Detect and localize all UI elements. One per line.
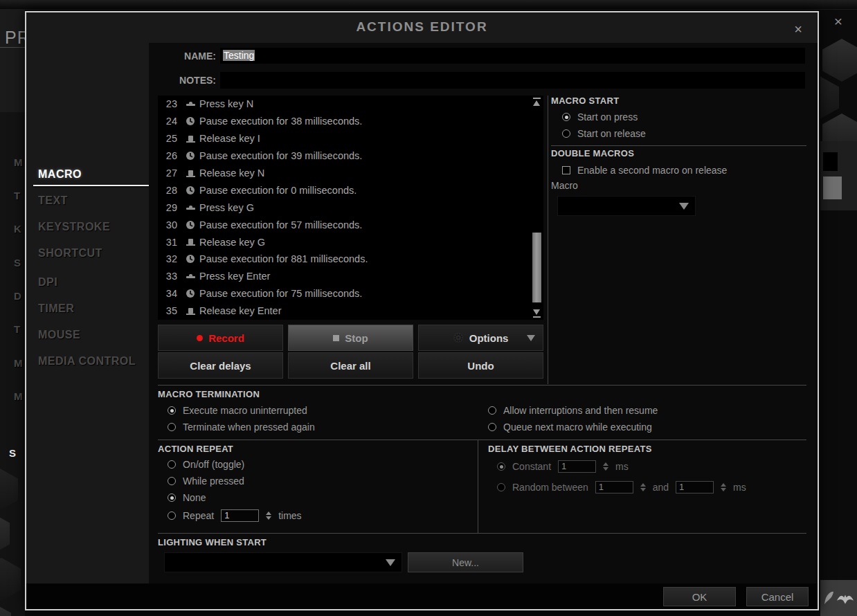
radio-selected[interactable]: [168, 493, 176, 502]
gear-icon: ⚙: [453, 331, 464, 345]
macro-event-row[interactable]: 32Pause execution for 881 milliseconds.: [158, 251, 543, 268]
radio[interactable]: [488, 423, 496, 431]
macro-event-list[interactable]: 23Press key N 24Pause execution for 38 m…: [158, 96, 543, 320]
app-close-icon[interactable]: ×: [829, 12, 847, 30]
macro-event-row[interactable]: 35Release key Enter: [158, 302, 543, 320]
sidebar-item-timer[interactable]: TIMER: [38, 302, 74, 315]
record-button[interactable]: Record: [158, 325, 283, 351]
chevron-down-icon: [527, 335, 535, 341]
constant-delay-input[interactable]: 1: [558, 460, 596, 473]
owl-logo-icon: [836, 592, 854, 606]
stop-button[interactable]: Stop: [288, 325, 413, 351]
sidebar-item-shortcut[interactable]: SHORTCUT: [38, 247, 102, 260]
undo-button[interactable]: Undo: [418, 352, 543, 379]
lighting-header: LIGHTING WHEN START: [158, 537, 267, 547]
macro-event-row[interactable]: 28Pause execution for 0 milliseconds.: [158, 181, 543, 199]
random-delay-option[interactable]: Random between 1 and 1 ms: [497, 481, 746, 493]
macro-event-row[interactable]: 27Release key N: [158, 165, 543, 182]
repeat-count-input[interactable]: 1: [221, 509, 259, 522]
action-repeat-header: ACTION REPEAT: [158, 444, 233, 454]
sidebar-item-dpi[interactable]: DPI: [38, 276, 57, 289]
sidebar-item-mouse[interactable]: MOUSE: [38, 329, 80, 341]
enable-second-macro-option[interactable]: Enable a second macro on release: [562, 165, 727, 176]
terminate-when-pressed-option[interactable]: Terminate when pressed again: [168, 422, 315, 433]
pause-clock-icon: [181, 117, 199, 125]
ok-button[interactable]: OK: [663, 587, 736, 606]
pause-clock-icon: [181, 152, 199, 160]
random-max-input[interactable]: 1: [676, 481, 714, 493]
radio-selected[interactable]: [168, 406, 176, 415]
macro-event-row[interactable]: 34Pause execution for 75 milliseconds.: [158, 285, 543, 302]
queue-next-macro-option[interactable]: Queue next macro while executing: [488, 422, 652, 433]
radio-selected[interactable]: [562, 113, 570, 121]
onoff-toggle-option[interactable]: On/off (toggle): [168, 459, 244, 470]
active-tab-underline: [33, 185, 149, 186]
radio[interactable]: [497, 483, 505, 491]
checkbox[interactable]: [562, 166, 570, 174]
sidebar-item-text[interactable]: TEXT: [38, 194, 68, 207]
key-press-icon: [181, 203, 199, 212]
scrollbar-thumb[interactable]: [532, 233, 541, 302]
divider: [478, 440, 478, 534]
repeat-times-option[interactable]: Repeat 1 times: [168, 509, 302, 522]
radio[interactable]: [168, 477, 176, 485]
feather-icon: [823, 591, 834, 605]
background-nav-fragment: D: [14, 290, 21, 302]
random-max-stepper[interactable]: [721, 483, 726, 491]
options-button[interactable]: ⚙Options: [418, 325, 543, 351]
cancel-button[interactable]: Cancel: [746, 587, 809, 606]
name-input[interactable]: Testing: [220, 48, 805, 64]
actions-editor-dialog: ACTIONS EDITOR × MACRO TEXT KEYSTROKE SH…: [25, 11, 819, 610]
radio[interactable]: [168, 423, 176, 431]
clear-all-button[interactable]: Clear all: [288, 352, 413, 379]
macro-event-row[interactable]: 33Press key Enter: [158, 268, 543, 285]
dialog-close-icon[interactable]: ×: [790, 21, 806, 37]
clear-delays-button[interactable]: Clear delays: [158, 352, 283, 379]
macro-event-row[interactable]: 30Pause execution for 57 milliseconds.: [158, 216, 543, 233]
constant-delay-option[interactable]: Constant 1 ms: [497, 460, 629, 473]
macro-event-row[interactable]: 25Release key I: [158, 130, 543, 147]
dialog-footer: OK Cancel: [26, 583, 818, 609]
divider: [551, 145, 806, 146]
radio[interactable]: [562, 129, 570, 138]
pause-clock-icon: [181, 221, 199, 229]
random-min-input[interactable]: 1: [595, 481, 633, 493]
start-on-release-option[interactable]: Start on release: [562, 128, 646, 139]
none-option[interactable]: None: [168, 492, 206, 503]
macro-select-dropdown[interactable]: [557, 196, 696, 216]
repeat-count-stepper[interactable]: [266, 511, 271, 520]
scroll-top-button[interactable]: [532, 97, 541, 107]
random-min-stepper[interactable]: [640, 483, 646, 491]
macro-event-row[interactable]: 24Pause execution for 38 milliseconds.: [158, 113, 543, 130]
execute-uninterrupted-option[interactable]: Execute macro uninterrupted: [168, 405, 307, 416]
scroll-bottom-button[interactable]: [532, 308, 541, 318]
sidebar-item-macro[interactable]: MACRO: [38, 168, 82, 181]
editor-content-panel: NAME: Testing NOTES: 23Press key N 24Pau…: [149, 43, 818, 583]
start-on-press-option[interactable]: Start on press: [562, 111, 638, 123]
while-pressed-option[interactable]: While pressed: [168, 475, 244, 487]
background-nav-fragment: T: [14, 190, 20, 201]
sidebar-item-keystroke[interactable]: KEYSTROKE: [38, 221, 110, 233]
radio[interactable]: [488, 406, 496, 415]
key-release-icon: [181, 134, 199, 143]
macro-event-row[interactable]: 29Press key G: [158, 199, 543, 216]
black-swatch[interactable]: [823, 152, 838, 171]
macro-event-row[interactable]: 26Pause execution for 39 milliseconds.: [158, 147, 543, 165]
background-nav-fragment-active: S: [9, 447, 16, 459]
macro-event-row[interactable]: 23Press key N: [158, 96, 543, 113]
radio[interactable]: [168, 460, 176, 469]
notes-input[interactable]: [220, 72, 805, 89]
background-swatch-panel: [820, 141, 857, 210]
key-press-icon: [181, 100, 199, 108]
list-scrollbar[interactable]: [532, 97, 542, 318]
gray-swatch[interactable]: [823, 176, 842, 199]
macro-event-row[interactable]: 31Release key G: [158, 233, 543, 251]
allow-interruptions-option[interactable]: Allow interruptions and then resume: [488, 405, 658, 416]
radio[interactable]: [168, 511, 176, 520]
lighting-select-dropdown[interactable]: [164, 552, 402, 572]
key-press-icon: [181, 272, 199, 280]
constant-delay-stepper[interactable]: [603, 462, 608, 471]
new-lighting-button[interactable]: New...: [408, 552, 523, 572]
sidebar-item-media-control[interactable]: MEDIA CONTROL: [38, 355, 136, 368]
radio-selected[interactable]: [497, 462, 505, 471]
